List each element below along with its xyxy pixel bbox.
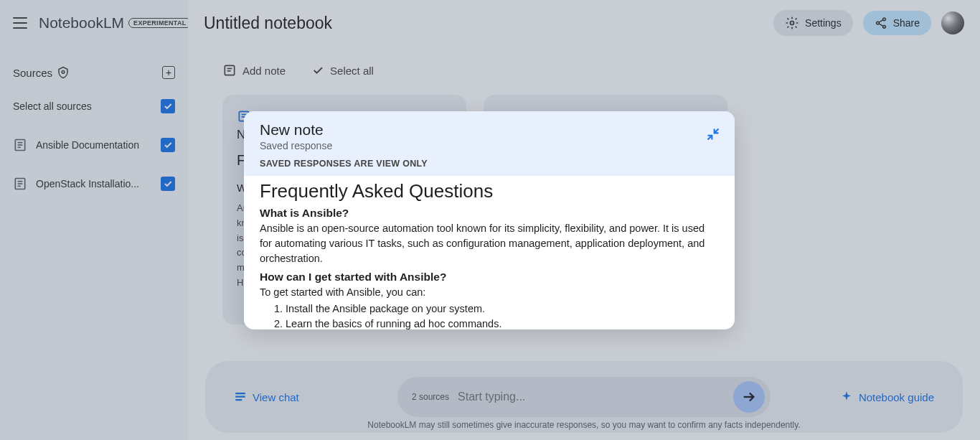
modal-body: Frequently Asked Questions What is Ansib… xyxy=(244,176,735,329)
select-all-button[interactable]: Select all xyxy=(311,64,374,77)
shield-icon xyxy=(57,66,70,79)
share-button[interactable]: Share xyxy=(863,11,931,35)
svg-point-12 xyxy=(882,25,885,28)
share-label: Share xyxy=(893,17,920,29)
notebook-guide-button[interactable]: Notebook guide xyxy=(819,390,934,403)
source-item[interactable]: Ansible Documentation xyxy=(13,131,175,159)
send-button[interactable] xyxy=(733,381,765,413)
check-icon xyxy=(311,64,324,77)
svg-point-10 xyxy=(882,18,885,21)
add-note-label: Add note xyxy=(242,65,286,77)
checkbox-icon[interactable] xyxy=(161,138,175,152)
note-add-icon xyxy=(222,63,237,78)
select-all-label: Select all xyxy=(330,65,374,77)
note-modal: New note Saved response SAVED RESPONSES … xyxy=(244,111,735,329)
chat-icon xyxy=(234,390,247,403)
view-chat-label: View chat xyxy=(253,391,299,403)
bottom-bar: View chat 2 sources Notebook guide Noteb… xyxy=(205,361,963,433)
faq-answer: Ansible is an open-source automation too… xyxy=(260,221,719,266)
svg-line-14 xyxy=(879,24,883,26)
app-logo: NotebookLM EXPERIMENTAL xyxy=(39,14,192,32)
svg-point-9 xyxy=(791,22,794,25)
select-all-label: Select all sources xyxy=(13,100,92,112)
svg-rect-21 xyxy=(235,393,245,394)
svg-rect-22 xyxy=(235,396,245,398)
settings-label: Settings xyxy=(805,17,842,29)
faq-heading: Frequently Asked Questions xyxy=(260,180,719,202)
svg-point-0 xyxy=(62,70,65,73)
checkbox-icon[interactable] xyxy=(161,99,175,113)
experimental-badge: EXPERIMENTAL xyxy=(128,18,191,28)
sparkle-icon xyxy=(840,390,853,403)
view-chat-button[interactable]: View chat xyxy=(234,390,349,403)
svg-line-13 xyxy=(879,20,883,22)
sidebar: Sources + Select all sources Ansible Doc… xyxy=(0,46,188,440)
document-icon xyxy=(13,177,27,191)
share-icon xyxy=(875,17,887,29)
notebook-title[interactable]: Untitled notebook xyxy=(204,14,773,33)
notebook-guide-label: Notebook guide xyxy=(859,391,934,403)
modal-subtitle: Saved response xyxy=(260,140,719,151)
source-count: 2 sources xyxy=(412,392,449,402)
collapse-icon xyxy=(706,127,720,141)
arrow-right-icon xyxy=(741,389,757,405)
chat-input-container: 2 sources xyxy=(397,377,771,417)
svg-point-11 xyxy=(876,22,879,24)
source-item[interactable]: OpenStack Installatio... xyxy=(13,169,175,198)
faq-question: What is Ansible? xyxy=(260,207,719,220)
document-icon xyxy=(13,138,27,152)
faq-question: How can I get started with Ansible? xyxy=(260,271,719,284)
svg-rect-23 xyxy=(235,399,242,401)
checkbox-icon[interactable] xyxy=(161,177,175,191)
avatar[interactable] xyxy=(941,11,964,34)
chat-input[interactable] xyxy=(458,390,725,403)
sources-label: Sources xyxy=(13,67,52,79)
app-name: NotebookLM xyxy=(39,14,124,32)
add-source-button[interactable]: + xyxy=(162,66,175,79)
collapse-button[interactable] xyxy=(706,127,720,141)
faq-answer-lead: To get started with Ansible, you can: xyxy=(260,285,719,300)
settings-button[interactable]: Settings xyxy=(773,10,853,36)
modal-banner: SAVED RESPONSES ARE VIEW ONLY xyxy=(244,159,735,176)
list-item: Install the Ansible package on your syst… xyxy=(286,301,719,317)
select-all-sources[interactable]: Select all sources xyxy=(13,92,175,121)
modal-title: New note xyxy=(260,121,719,139)
gear-icon xyxy=(785,16,799,30)
disclaimer: NotebookLM may still sometimes give inac… xyxy=(205,416,963,434)
source-name: Ansible Documentation xyxy=(36,139,139,151)
add-note-button[interactable]: Add note xyxy=(222,63,286,78)
faq-list: Install the Ansible package on your syst… xyxy=(286,301,719,329)
list-item: Learn the basics of running ad hoc comma… xyxy=(286,317,719,329)
menu-icon[interactable] xyxy=(13,14,30,32)
source-name: OpenStack Installatio... xyxy=(36,178,139,189)
